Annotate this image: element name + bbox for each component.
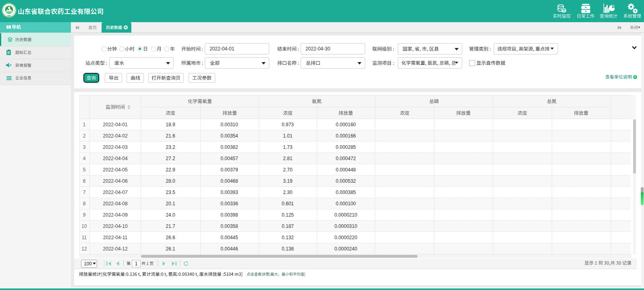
svg-text:MEE: MEE [7,15,11,17]
